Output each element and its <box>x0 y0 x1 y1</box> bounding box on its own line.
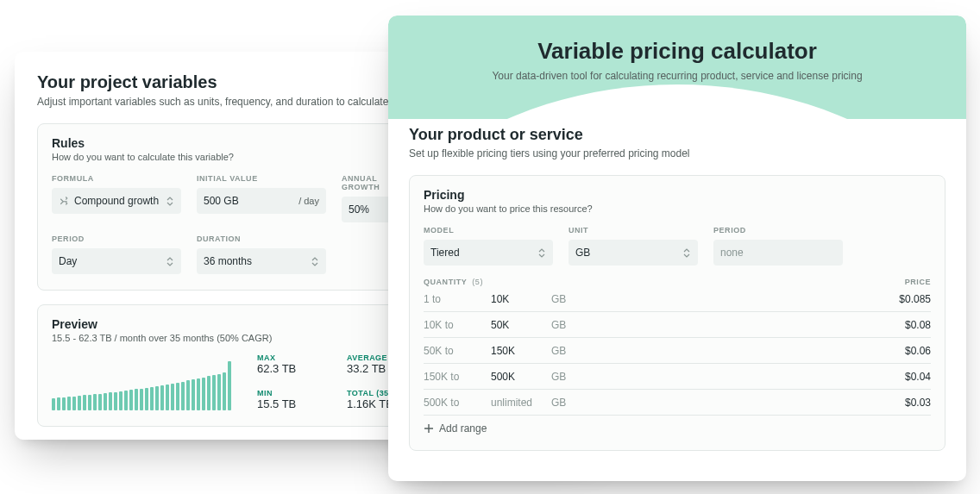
chart-bar <box>228 361 231 411</box>
pricing-period-value: none <box>720 247 744 259</box>
tier-from: 500K to <box>424 397 491 409</box>
unit-value: GB <box>575 247 590 259</box>
formula-select[interactable]: Compound growth <box>52 188 181 214</box>
tier-from: 50K to <box>424 345 491 357</box>
chart-bar <box>160 385 164 410</box>
initial-value-input[interactable]: 500 GB / day <box>197 188 326 214</box>
chart-bar <box>186 380 190 410</box>
product-section-title: Your product or service <box>409 126 945 144</box>
stat-min: MIN 15.5 TB <box>257 389 323 410</box>
period-select[interactable]: Day <box>52 248 181 274</box>
unit-label: UNIT <box>569 226 698 234</box>
initial-value: 500 GB <box>204 195 239 207</box>
tier-unit: GB <box>551 293 566 305</box>
chart-bar <box>223 372 226 410</box>
add-range-button[interactable]: Add range <box>424 416 931 435</box>
unit-select[interactable]: GB <box>569 240 698 266</box>
annual-growth-value: 50% <box>349 203 369 216</box>
add-range-label: Add range <box>439 422 487 435</box>
duration-value: 36 months <box>204 255 252 267</box>
chart-bar <box>119 391 122 410</box>
tier-row[interactable]: 1 to10KGB$0.085 <box>424 286 931 312</box>
chevron-updown-icon <box>166 254 174 268</box>
model-select[interactable]: Tiered <box>424 240 553 266</box>
tier-to: 150K <box>491 345 551 357</box>
tier-to: 10K <box>491 293 551 305</box>
quantity-count: (5) <box>472 278 483 286</box>
period-label: PERIOD <box>52 234 181 243</box>
tier-unit: GB <box>551 345 566 357</box>
tier-price: $0.08 <box>905 319 931 331</box>
chart-bar <box>155 386 159 410</box>
chart-bar <box>109 392 112 410</box>
split-icon <box>59 196 69 206</box>
chart-bar <box>150 387 154 410</box>
chart-bar <box>52 398 55 410</box>
tier-header-row: QUANTITY (5) PRICE <box>424 278 931 286</box>
tier-price: $0.06 <box>905 345 931 357</box>
pricing-period-label: PERIOD <box>713 226 843 234</box>
tier-from: 150K to <box>424 371 491 383</box>
tier-row[interactable]: 50K to150KGB$0.06 <box>424 338 931 364</box>
period-value: Day <box>59 255 77 267</box>
duration-label: DURATION <box>197 234 326 243</box>
chevron-updown-icon <box>537 246 546 260</box>
formula-label: FORMULA <box>52 174 181 183</box>
chart-bar <box>57 397 60 410</box>
initial-value-unit: / day <box>298 196 319 206</box>
product-section-subtitle: Set up flexible pricing tiers using your… <box>409 147 945 159</box>
chart-bar <box>83 395 86 410</box>
formula-value: Compound growth <box>74 195 159 207</box>
tier-to: 500K <box>491 371 551 383</box>
quantity-label: QUANTITY <box>424 278 467 286</box>
chart-bar <box>124 391 128 410</box>
plus-icon <box>424 423 434 434</box>
hero-banner: Variable pricing calculator Your data-dr… <box>388 16 966 119</box>
model-label: MODEL <box>424 226 553 234</box>
chart-bar <box>166 385 169 410</box>
duration-select[interactable]: 36 months <box>197 248 326 274</box>
price-header: PRICE <box>905 278 931 286</box>
tier-to: unlimited <box>491 397 551 409</box>
chart-bar <box>78 396 81 410</box>
tier-list: 1 to10KGB$0.08510K to50KGB$0.0850K to150… <box>424 286 931 416</box>
tier-row[interactable]: 150K to500KGB$0.04 <box>424 364 931 390</box>
chart-bar <box>104 393 107 410</box>
chart-bar <box>114 392 117 411</box>
chevron-updown-icon <box>682 246 691 260</box>
chart-bar <box>217 374 221 410</box>
hero-subtitle: Your data-driven tool for calculating re… <box>388 70 966 82</box>
stat-max: MAX 62.3 TB <box>257 353 323 375</box>
chart-bar <box>207 376 210 410</box>
chart-bar <box>140 389 143 410</box>
tier-row[interactable]: 500K tounlimitedGB$0.03 <box>424 390 931 416</box>
chart-bar <box>192 379 195 410</box>
pricing-title: Pricing <box>424 188 931 202</box>
chart-bar <box>67 397 71 410</box>
tier-unit: GB <box>551 371 566 383</box>
chart-bar <box>171 384 174 410</box>
chart-bar <box>62 397 66 410</box>
chart-bar <box>176 383 179 410</box>
preview-bar-chart <box>52 359 233 410</box>
chart-bar <box>98 394 102 410</box>
tier-to: 50K <box>491 319 551 331</box>
chart-bar <box>129 390 133 410</box>
pricing-period-select[interactable]: none <box>713 240 843 266</box>
pricing-subtitle: How do you want to price this resource? <box>424 203 931 214</box>
chart-bar <box>72 397 76 410</box>
chart-bar <box>197 378 200 410</box>
tier-price: $0.04 <box>905 371 931 383</box>
tier-from: 1 to <box>424 293 491 305</box>
chart-bar <box>212 375 216 410</box>
initial-value-label: INITIAL VALUE <box>197 174 326 183</box>
tier-price: $0.085 <box>899 293 931 305</box>
chart-bar <box>88 395 91 410</box>
hero-title: Variable pricing calculator <box>388 38 966 65</box>
chart-bar <box>202 378 205 410</box>
tier-unit: GB <box>551 397 566 409</box>
tier-row[interactable]: 10K to50KGB$0.08 <box>424 312 931 338</box>
tier-from: 10K to <box>424 319 491 331</box>
chevron-updown-icon <box>311 254 319 268</box>
pricing-calculator-card: Variable pricing calculator Your data-dr… <box>388 16 966 481</box>
